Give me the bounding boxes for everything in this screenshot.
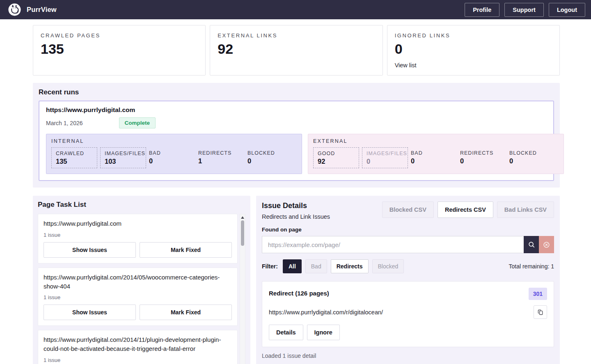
brand: PurrView [8, 3, 57, 16]
external-panel-stats: GOOD 92 IMAGES/FILES 0 BAD 0 REDIRECTS [313, 147, 559, 168]
mark-fixed-button[interactable]: Mark Fixed [140, 304, 232, 320]
main-content: CRAWLED PAGES 135 EXTERNAL LINKS 92 IGNO… [0, 19, 591, 364]
mini-stat-value: 135 [56, 158, 93, 165]
search-row [262, 236, 554, 253]
mini-stat-value: 0 [149, 157, 198, 165]
filter-redirects-button[interactable]: Redirects [331, 259, 369, 273]
mini-stat-label: IMAGES/FILES [367, 151, 403, 156]
support-button[interactable]: Support [504, 3, 544, 17]
profile-button[interactable]: Profile [465, 3, 499, 17]
mini-stat-value: 103 [105, 158, 142, 165]
external-redirects-stat: REDIRECTS 0 [460, 147, 509, 168]
run-panels: INTERNAL CRAWLED 135 IMAGES/FILES 103 BA… [46, 134, 547, 174]
task-list-scrollbar[interactable] [240, 214, 245, 364]
internal-images-files-stat[interactable]: IMAGES/FILES 103 [100, 147, 146, 168]
filter-bad-button[interactable]: Bad [305, 259, 327, 273]
stat-value: 92 [218, 41, 375, 57]
internal-panel-stats: CRAWLED 135 IMAGES/FILES 103 BAD 0 RED [51, 147, 297, 168]
issue-card: Redirect (126 pages) 301 https://www.pur… [262, 281, 554, 347]
view-list-link[interactable]: View list [395, 62, 417, 69]
mini-stat-label: BLOCKED [247, 150, 297, 156]
status-code-badge: 301 [529, 288, 547, 300]
page-task-list-title: Page Task List [38, 201, 245, 209]
scrollbar-thumb[interactable] [241, 220, 244, 246]
task-url: https://www.purrlydigital.com [44, 219, 232, 228]
internal-redirects-stat: REDIRECTS 1 [198, 147, 247, 168]
search-icon [528, 241, 535, 248]
task-url: https://www.purrlydigital.com/2014/05/wo… [44, 273, 232, 291]
run-date: March 1, 2026 [46, 120, 83, 126]
found-on-page-label: Found on page [262, 227, 554, 233]
top-nav-bar: PurrView Profile Support Logout [0, 0, 591, 19]
mini-stat-value: 0 [509, 157, 559, 165]
filter-all-button[interactable]: All [283, 259, 302, 273]
found-on-page-input[interactable] [262, 236, 524, 253]
redirects-csv-button[interactable]: Redirects CSV [438, 201, 493, 218]
mini-stat-label: IMAGES/FILES [105, 151, 142, 156]
top-nav-actions: Profile Support Logout [465, 3, 585, 17]
internal-crawled-stat[interactable]: CRAWLED 135 [51, 147, 97, 168]
external-bad-stat: BAD 0 [411, 147, 460, 168]
filter-label: Filter: [262, 263, 278, 270]
run-card: https://www.purrlydigital.com March 1, 2… [39, 101, 554, 181]
stat-label: IGNORED LINKS [395, 32, 552, 39]
ignore-button[interactable]: Ignore [307, 325, 340, 340]
run-url: https://www.purrlydigital.com [46, 106, 547, 114]
external-images-files-stat[interactable]: IMAGES/FILES 0 [362, 147, 408, 168]
stats-row: CRAWLED PAGES 135 EXTERNAL LINKS 92 IGNO… [33, 25, 560, 76]
stat-card-ignored-links: IGNORED LINKS 0 View list [387, 25, 560, 76]
issue-card-title: Redirect (126 pages) [269, 288, 329, 297]
issue-url: https://www.purrlydigital.com/r/digitalo… [269, 309, 383, 316]
mini-stat-label: CRAWLED [56, 151, 93, 156]
filter-blocked-button[interactable]: Blocked [372, 259, 404, 273]
mini-stat-value: 1 [198, 157, 247, 165]
total-remaining-label: Total remaining: 1 [509, 263, 554, 270]
issue-details-header: Issue Details Redirects and Link Issues … [262, 201, 554, 220]
clear-search-button[interactable] [539, 236, 554, 253]
issue-details-title: Issue Details [262, 201, 330, 210]
internal-blocked-stat: BLOCKED 0 [247, 147, 297, 168]
recent-runs-section: Recent runs https://www.purrlydigital.co… [33, 83, 560, 188]
bad-links-csv-button[interactable]: Bad Links CSV [497, 201, 554, 218]
copy-url-button[interactable] [534, 305, 547, 319]
stat-card-external-links: EXTERNAL LINKS 92 [210, 25, 383, 76]
stat-label: EXTERNAL LINKS [218, 32, 375, 39]
mini-stat-value: 0 [247, 157, 297, 165]
stat-label: CRAWLED PAGES [41, 32, 198, 39]
mini-stat-label: BLOCKED [509, 150, 559, 156]
task-issue-count: 1 issue [44, 357, 232, 363]
mini-stat-value: 0 [367, 158, 403, 165]
mark-fixed-button[interactable]: Mark Fixed [140, 242, 232, 258]
issue-card-header: Redirect (126 pages) 301 [269, 288, 547, 300]
task-list-item: https://www.purrlydigital.com 1 issue Sh… [38, 214, 238, 263]
issue-actions: Details Ignore [269, 325, 547, 340]
search-button[interactable] [524, 236, 539, 253]
mini-stat-label: REDIRECTS [198, 150, 247, 156]
internal-bad-stat: BAD 0 [149, 147, 198, 168]
scroll-up-arrow-icon[interactable] [241, 216, 244, 219]
external-good-stat[interactable]: GOOD 92 [313, 147, 359, 168]
issue-details-section: Issue Details Redirects and Link Issues … [256, 196, 560, 364]
stat-value: 135 [41, 41, 198, 57]
run-meta: March 1, 2026 Complete [46, 117, 547, 128]
show-issues-button[interactable]: Show Issues [44, 304, 136, 320]
show-issues-button[interactable]: Show Issues [44, 242, 136, 258]
task-issue-count: 1 issue [44, 294, 232, 300]
issue-details-subtitle: Redirects and Link Issues [262, 213, 330, 220]
external-blocked-stat: BLOCKED 0 [509, 147, 559, 168]
clear-circle-x-icon [543, 241, 550, 248]
blocked-csv-button[interactable]: Blocked CSV [382, 201, 434, 218]
logout-button[interactable]: Logout [549, 3, 585, 17]
cat-logo-icon [8, 3, 21, 16]
bottom-row: Page Task List https://www.purrlydigital… [33, 196, 560, 364]
mini-stat-label: REDIRECTS [460, 150, 509, 156]
stat-value: 0 [395, 41, 552, 57]
task-list-item: https://www.purrlydigital.com/2014/05/wo… [38, 268, 238, 326]
mini-stat-label: GOOD [318, 151, 355, 156]
issue-details-heading: Issue Details Redirects and Link Issues [262, 201, 330, 220]
copy-icon [537, 309, 544, 316]
details-button[interactable]: Details [269, 325, 303, 340]
recent-runs-title: Recent runs [39, 88, 554, 96]
app-title: PurrView [27, 6, 57, 14]
mini-stat-label: BAD [411, 150, 460, 156]
